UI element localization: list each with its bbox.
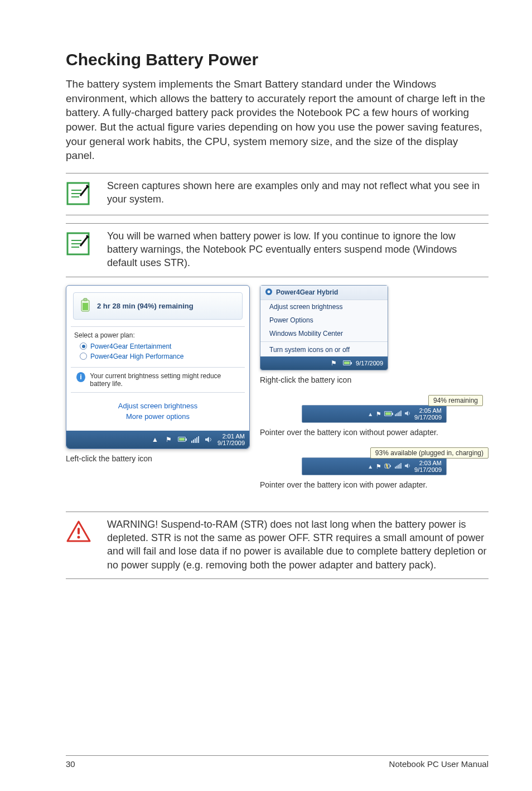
battery-large-icon: [79, 297, 91, 315]
ctx-turn-icons-on-off[interactable]: Turn system icons on or off: [260, 343, 388, 356]
caption-no-adapter: Pointer over the battery icon without po…: [260, 427, 489, 437]
power4gear-icon: [265, 288, 273, 297]
svg-point-11: [268, 290, 270, 293]
battery-tray-icon[interactable]: [342, 359, 351, 368]
volume-icon[interactable]: [404, 411, 411, 417]
battery-popup: 2 hr 28 min (94%) remaining Select a pow…: [66, 285, 250, 449]
show-hidden-icon[interactable]: ▲: [367, 464, 373, 470]
adjust-brightness-link[interactable]: Adjust screen brightness: [66, 402, 249, 410]
note-box-2: You will be warned when battery power is…: [66, 223, 489, 277]
battery-tray-icon[interactable]: [384, 411, 392, 417]
svg-rect-13: [396, 413, 398, 416]
plan-radio-2[interactable]: Power4Gear High Performance: [80, 353, 241, 360]
intro-paragraph: The battery system implements the Smart …: [66, 77, 489, 163]
svg-rect-4: [83, 303, 88, 310]
taskbar-tray: ▲ ⚑ 2:01 AM 9/17/2009: [66, 431, 249, 448]
note-box-1: Screen captures shown here are examples …: [66, 173, 489, 215]
info-icon: i: [76, 372, 85, 382]
svg-rect-8: [196, 437, 197, 443]
caption-left: Left-click the battery icon: [66, 454, 250, 464]
svg-point-25: [78, 536, 80, 538]
page-title: Checking Battery Power: [66, 50, 489, 69]
svg-rect-18: [390, 465, 391, 467]
note-icon: [66, 231, 90, 258]
plan-1-label: Power4Gear Entertainment: [90, 343, 171, 350]
context-menu-title: Power4Gear Hybrid: [260, 286, 388, 300]
hint-text: Your current brightness setting might re…: [90, 372, 239, 388]
radio-selected-icon: [80, 343, 87, 350]
note-icon: [66, 181, 90, 208]
tray-clock-2[interactable]: 2:03 AM 9/17/2009: [414, 460, 442, 473]
tooltip-94: 94% remaining: [428, 395, 483, 406]
svg-rect-20: [396, 466, 398, 469]
plan-label: Select a power plan:: [74, 331, 241, 339]
svg-rect-16: [400, 411, 402, 416]
battery-charging-icon[interactable]: [384, 462, 392, 470]
svg-rect-21: [398, 465, 399, 469]
radio-unselected-icon: [80, 353, 87, 360]
doc-title-footer: Notebook PC User Manual: [389, 759, 489, 769]
svg-rect-19: [395, 467, 396, 469]
svg-rect-12: [395, 414, 396, 416]
show-hidden-icon[interactable]: ▲: [151, 435, 159, 444]
plan-radio-1[interactable]: Power4Gear Entertainment: [80, 343, 241, 350]
battery-tray-icon[interactable]: [177, 435, 186, 444]
ctx-mobility-center[interactable]: Windows Mobility Center: [260, 327, 388, 340]
warning-icon: [66, 536, 91, 545]
svg-rect-6: [193, 440, 194, 443]
tray-no-adapter: ▲ ⚑ 2:05 AM 9/17/2009: [302, 405, 447, 423]
page-number: 30: [66, 759, 75, 769]
battery-context-menu: Power4Gear Hybrid Adjust screen brightne…: [260, 285, 388, 370]
caption-rightclick: Right-click the battery icon: [260, 375, 489, 385]
flag-icon[interactable]: ⚑: [376, 463, 381, 470]
volume-icon[interactable]: [404, 463, 411, 470]
svg-rect-3: [84, 298, 87, 301]
plan-2-label: Power4Gear High Performance: [90, 353, 183, 360]
brightness-hint: i Your current brightness setting might …: [66, 368, 249, 392]
tray-clock-1[interactable]: 2:05 AM 9/17/2009: [414, 407, 442, 421]
tray-clock[interactable]: 2:01 AM 9/17/2009: [217, 433, 245, 446]
tray-date-only: 9/17/2009: [356, 360, 383, 366]
more-power-options-link[interactable]: More power options: [66, 412, 249, 421]
show-hidden-icon[interactable]: ▲: [367, 411, 373, 417]
tooltip-93: 93% available (plugged in, charging): [370, 447, 489, 459]
svg-rect-22: [399, 464, 400, 469]
ctx-power-options[interactable]: Power Options: [260, 313, 388, 327]
flag-icon[interactable]: ⚑: [164, 435, 173, 444]
context-menu-tray: ⚑ 9/17/2009: [260, 356, 388, 370]
battery-status-row: 2 hr 28 min (94%) remaining: [73, 292, 243, 320]
svg-rect-7: [195, 438, 196, 443]
network-icon[interactable]: [395, 411, 402, 417]
note-2-text: You will be warned when battery power is…: [107, 229, 489, 270]
svg-rect-5: [191, 441, 192, 443]
warning-text: WARNING! Suspend-to-RAM (STR) does not l…: [107, 518, 489, 572]
ctx-adjust-brightness[interactable]: Adjust screen brightness: [260, 300, 388, 313]
svg-rect-23: [400, 463, 402, 469]
battery-status-text: 2 hr 28 min (94%) remaining: [97, 302, 194, 310]
svg-rect-14: [398, 412, 399, 416]
tray-with-adapter: ▲ ⚑ 2:03 AM 9/17/2009: [302, 457, 447, 475]
flag-icon[interactable]: ⚑: [329, 359, 338, 368]
network-icon[interactable]: [191, 435, 200, 444]
volume-icon[interactable]: [204, 435, 213, 444]
network-icon[interactable]: [395, 463, 402, 470]
caption-with-adapter: Pointer over the battery icon with power…: [260, 480, 489, 490]
warning-box: WARNING! Suspend-to-RAM (STR) does not l…: [66, 512, 489, 579]
flag-icon[interactable]: ⚑: [376, 411, 381, 418]
svg-rect-15: [399, 412, 400, 416]
svg-rect-24: [78, 528, 80, 534]
note-1-text: Screen captures shown here are examples …: [107, 179, 489, 208]
page-footer: 30 Notebook PC User Manual: [66, 755, 489, 769]
svg-rect-9: [198, 436, 199, 443]
